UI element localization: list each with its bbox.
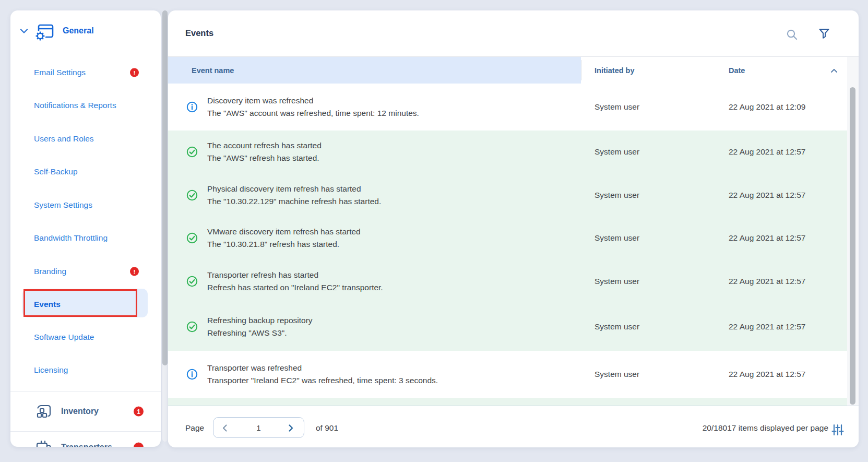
page-total-label: of 901: [316, 423, 338, 433]
sidebar: General Email Settings ! Notifications &…: [10, 10, 161, 447]
event-description: Refreshing "AWS S3".: [207, 327, 313, 339]
sidebar-item-system-settings[interactable]: System Settings: [10, 194, 161, 217]
event-cell: Transporter was refreshed Transporter "I…: [207, 362, 438, 387]
sidebar-item-bandwidth-throttling[interactable]: Bandwidth Throttling: [10, 227, 161, 250]
initiated-by-cell: System user: [594, 191, 639, 200]
initiated-by-cell: System user: [594, 233, 639, 243]
sidebar-item-label: Users and Roles: [34, 134, 94, 144]
table-row: The account refresh has started The "AWS…: [168, 131, 847, 173]
event-description: The "AWS" account was refreshed, time sp…: [207, 107, 419, 120]
event-description: The "10.30.21.8" refresh has started.: [207, 238, 361, 251]
sidebar-item-notifications-reports[interactable]: Notifications & Reports: [10, 94, 161, 117]
filter-icon[interactable]: [818, 27, 830, 40]
event-title: Discovery item was refreshed: [207, 94, 419, 107]
column-header-event-name[interactable]: Event name: [168, 57, 581, 84]
next-page-button[interactable]: [287, 424, 294, 432]
initiated-by-cell: System user: [594, 370, 639, 379]
sidebar-item-licensing[interactable]: Licensing: [10, 359, 161, 382]
table-header-row: Event name Initiated by Date: [168, 57, 859, 84]
general-settings-icon: [34, 23, 54, 41]
table-scrollbar[interactable]: [847, 57, 859, 406]
event-title: Transporter refresh has started: [207, 269, 383, 281]
search-icon[interactable]: [786, 28, 798, 41]
transporters-icon: [35, 440, 52, 447]
page-number-control: 1: [213, 417, 304, 438]
sidebar-item-label: Bandwidth Throttling: [34, 233, 108, 243]
sidebar-section-label: Transporters: [61, 443, 112, 447]
sidebar-item-software-update[interactable]: Software Update: [10, 326, 161, 349]
date-cell: 22 Aug 2021 at 12:57: [729, 322, 805, 331]
event-description: The "AWS" refresh has started.: [207, 152, 322, 164]
pagination-bar: Page 1 of 901 20/18017 items displayed p…: [168, 406, 859, 447]
date-cell: 22 Aug 2021 at 12:57: [729, 277, 805, 286]
sidebar-item-inventory[interactable]: Inventory 1: [10, 400, 161, 423]
date-cell: 22 Aug 2021 at 12:57: [729, 191, 805, 200]
event-description: Refresh has started on "Ireland EC2" tra…: [207, 281, 383, 294]
sidebar-item-events[interactable]: Events: [10, 293, 161, 316]
sidebar-group-general[interactable]: General: [10, 20, 161, 45]
inventory-icon: [35, 404, 52, 419]
table-row: Transporter was refreshed Transporter "I…: [168, 351, 847, 398]
divider: [10, 391, 161, 392]
sidebar-scrollbar-thumb[interactable]: [162, 10, 168, 365]
sidebar-item-label: Email Settings: [34, 68, 86, 77]
date-cell: 22 Aug 2021 at 12:09: [729, 102, 805, 112]
sidebar-item-email-settings[interactable]: Email Settings !: [10, 61, 161, 84]
sidebar-item-label: Software Update: [34, 333, 94, 342]
initiated-by-cell: System user: [594, 102, 639, 112]
event-title: Refreshing backup repository: [207, 314, 313, 327]
info-icon: [186, 369, 198, 380]
divider: [10, 431, 161, 432]
per-page-settings-icon[interactable]: [831, 423, 845, 436]
initiated-by-cell: System user: [594, 147, 639, 157]
sidebar-item-label: Branding: [34, 267, 66, 276]
table-row: Discovery item was refreshed The "AWS" a…: [168, 84, 847, 131]
partial-table-row: [168, 398, 847, 406]
sidebar-item-label: Notifications & Reports: [34, 101, 116, 110]
sidebar-item-self-backup[interactable]: Self-Backup: [10, 160, 161, 183]
column-header-date[interactable]: Date: [729, 66, 745, 75]
event-title: Physical discovery item refresh has star…: [207, 183, 381, 195]
items-per-page-label: 20/18017 items displayed per page: [703, 423, 828, 433]
success-icon: [186, 276, 198, 287]
sidebar-item-label: Licensing: [34, 365, 68, 375]
initiated-by-cell: System user: [594, 322, 639, 331]
event-title: Transporter was refreshed: [207, 362, 438, 374]
sidebar-item-label: Events: [34, 300, 61, 309]
table-scrollbar-thumb[interactable]: [850, 87, 855, 405]
table-row: Refreshing backup repository Refreshing …: [168, 303, 847, 351]
count-badge: [134, 443, 144, 447]
divider: [581, 60, 581, 80]
column-header-initiated-by[interactable]: Initiated by: [594, 66, 635, 75]
event-cell: Discovery item was refreshed The "AWS" a…: [207, 94, 419, 120]
page-background: General Email Settings ! Notifications &…: [0, 0, 868, 462]
chevron-down-icon: [20, 28, 28, 34]
sidebar-group-label: General: [63, 26, 94, 35]
event-cell: Refreshing backup repository Refreshing …: [207, 314, 313, 339]
sidebar-scrollbar[interactable]: [162, 10, 168, 442]
sidebar-item-transporters[interactable]: Transporters: [10, 436, 161, 447]
event-cell: VMware discovery item refresh has starte…: [207, 226, 361, 251]
sidebar-item-label: System Settings: [34, 200, 92, 210]
success-icon: [186, 321, 198, 333]
date-cell: 22 Aug 2021 at 12:57: [729, 233, 805, 243]
sidebar-section-label: Inventory: [61, 407, 99, 416]
initiated-by-cell: System user: [594, 277, 639, 286]
event-cell: The account refresh has started The "AWS…: [207, 139, 322, 164]
sidebar-item-label: Self-Backup: [34, 167, 78, 176]
date-cell: 22 Aug 2021 at 12:57: [729, 147, 805, 157]
sort-ascending-icon[interactable]: [830, 68, 838, 73]
alert-badge: !: [130, 68, 139, 77]
alert-badge: !: [130, 267, 139, 276]
sidebar-item-users-and-roles[interactable]: Users and Roles: [10, 127, 161, 150]
event-cell: Transporter refresh has started Refresh …: [207, 269, 383, 294]
success-icon: [186, 189, 198, 201]
event-description: The "10.30.22.129" machine refresh has s…: [207, 195, 381, 208]
sidebar-item-branding[interactable]: Branding !: [10, 260, 161, 283]
table-row: VMware discovery item refresh has starte…: [168, 217, 847, 259]
success-icon: [186, 146, 198, 158]
table-row: Physical discovery item refresh has star…: [168, 173, 847, 217]
event-title: The account refresh has started: [207, 139, 322, 152]
event-title: VMware discovery item refresh has starte…: [207, 226, 361, 238]
event-cell: Physical discovery item refresh has star…: [207, 183, 381, 208]
